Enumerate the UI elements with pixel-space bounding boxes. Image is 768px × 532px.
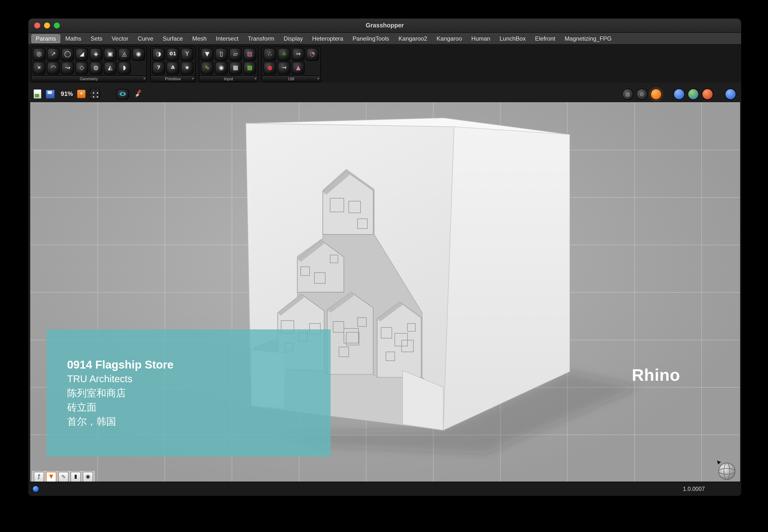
box-param-icon[interactable]: ◈ [90, 48, 102, 61]
title-bar[interactable]: Grasshopper [28, 19, 741, 33]
number-slider-icon[interactable]: ∿ [201, 62, 214, 74]
knob-component-icon[interactable]: ◉ [215, 62, 228, 74]
zoom-dropdown-icon[interactable]: ▾ [77, 90, 86, 98]
boolean-param-icon[interactable]: ◑ [152, 48, 165, 61]
tab-kangaroo[interactable]: Kangaroo [432, 34, 466, 43]
tab-elefront[interactable]: Elefront [531, 34, 560, 43]
group-geometry: ◎ ↗ ◯ ◢ ◈ ▣ ◬ ◉ × ◠ ↝ ◇ ◍ ◭ ◗ [31, 46, 147, 82]
tab-curve[interactable]: Curve [133, 34, 158, 43]
paintbrush-glyph [133, 89, 143, 99]
data-recorder-icon[interactable]: ⇒ [292, 48, 305, 61]
preview-eye-icon[interactable] [116, 89, 129, 99]
group-expand-icon[interactable]: ▾ [192, 76, 194, 82]
tab-human[interactable]: Human [467, 34, 495, 43]
display-toggle-blue-icon[interactable] [674, 88, 685, 100]
new-document-icon[interactable] [33, 89, 42, 99]
architect-name: TRU Architects [67, 372, 331, 386]
cone-trigger-icon[interactable]: ▲ [292, 62, 305, 74]
tab-maths[interactable]: Maths [61, 34, 86, 43]
data-dam-icon[interactable]: → [278, 62, 291, 74]
group-input: ▼ ▯ ▱ ▨ ∿ ◉ ▦ ▩ Input ▾ [199, 46, 258, 82]
tab-transform[interactable]: Transform [244, 34, 279, 43]
canvas-widget-toolbar: ƒ ▼ ∿ ▮ ◉ [31, 470, 95, 483]
number-param-icon[interactable]: 7 [152, 62, 165, 74]
curve-param-icon[interactable]: ↝ [61, 62, 74, 74]
digit-scroller-icon[interactable]: ▦ [229, 62, 242, 74]
tab-panelingtools[interactable]: PanelingTools [348, 34, 394, 43]
display-toggle-green-icon[interactable] [688, 88, 699, 100]
group-label-primitive: Primitive ▾ [151, 75, 195, 82]
tab-intersect[interactable]: Intersect [212, 34, 243, 43]
field-param-icon[interactable]: ◬ [118, 48, 131, 61]
tab-vector[interactable]: Vector [107, 34, 133, 43]
integer-param-icon[interactable]: 01 [166, 48, 179, 61]
subd-param-icon[interactable]: ◗ [118, 62, 131, 74]
preview-wireframe-icon[interactable]: ◍ [622, 88, 633, 100]
rhino-viewport[interactable]: 0914 Flagship Store TRU Architects 陈列室和商… [30, 102, 740, 483]
facade-line: 砖立面 [67, 400, 331, 415]
path-param-icon[interactable]: Y [181, 48, 194, 61]
gradient-component-icon[interactable]: ▨ [244, 48, 256, 61]
paintbrush-icon[interactable] [133, 89, 143, 99]
tab-params[interactable]: Params [31, 34, 60, 43]
zoom-extents-icon[interactable] [90, 89, 100, 99]
value-list-icon[interactable]: ▼ [201, 48, 214, 61]
point-param-icon[interactable]: ◉ [132, 48, 145, 61]
status-bar: 1.0.0007 [28, 482, 741, 496]
info-overlay: 0914 Flagship Store TRU Architects 陈列室和商… [46, 329, 331, 457]
desktop: Grasshopper Params Maths Sets Vector Cur… [0, 0, 768, 532]
tab-kangaroo2[interactable]: Kangaroo2 [394, 34, 431, 43]
rectangle-param-icon[interactable]: ◇ [75, 62, 88, 74]
spiral-widget-icon[interactable]: ◉ [83, 472, 93, 482]
group-expand-icon[interactable]: ▾ [255, 76, 256, 82]
surface-param-icon[interactable]: ◍ [90, 62, 102, 74]
tab-surface[interactable]: Surface [158, 34, 187, 43]
program-line: 陈列室和商店 [67, 386, 331, 400]
group-param-icon[interactable]: × [33, 62, 46, 74]
tab-display[interactable]: Display [279, 34, 307, 43]
arc-param-icon[interactable]: ◠ [47, 62, 60, 74]
navigation-sphere-glyph [715, 460, 738, 482]
zoom-level: 91% [61, 91, 73, 97]
view-navigation-sphere[interactable] [715, 460, 738, 483]
ribbon-tab-bar: Params Maths Sets Vector Curve Surface M… [28, 33, 741, 45]
tab-heteroptera[interactable]: Heteroptera [308, 34, 348, 43]
mesh-param-icon[interactable]: ▣ [104, 48, 116, 61]
display-toggle-red-icon[interactable] [702, 88, 713, 100]
circle-param-icon[interactable]: ◯ [61, 48, 74, 61]
panel-widget-icon[interactable]: ▮ [70, 472, 81, 482]
expression-widget-icon[interactable]: ƒ [34, 472, 44, 482]
group-expand-icon[interactable]: ▾ [143, 76, 145, 82]
version-label: 1.0.0007 [683, 486, 705, 492]
jitter-icon[interactable]: ∴ [264, 48, 276, 61]
cherry-picker-icon[interactable]: ● [264, 62, 276, 74]
brep-param-icon[interactable]: ◭ [104, 62, 116, 74]
project-title: 0914 Flagship Store [67, 358, 331, 372]
filter-widget-icon[interactable]: ▼ [46, 472, 56, 482]
tab-magnetizing-fpg[interactable]: Magnetizing_FPG [560, 34, 616, 43]
group-label-input: Input ▾ [200, 75, 258, 82]
colour-swatch-icon[interactable]: ▩ [244, 62, 256, 74]
data-tree-icon[interactable]: ♣ [278, 48, 291, 61]
colour-param-icon[interactable]: ★ [181, 62, 194, 74]
tab-lunchbox[interactable]: LunchBox [495, 34, 530, 43]
group-expand-icon[interactable]: ▾ [317, 76, 319, 82]
tab-sets[interactable]: Sets [86, 34, 107, 43]
solver-status-icon[interactable] [32, 486, 39, 492]
panel-component-icon[interactable]: ▯ [215, 48, 228, 61]
graph-widget-icon[interactable]: ∿ [58, 472, 69, 482]
preview-off-icon[interactable]: ⊘ [636, 88, 648, 100]
display-toggle-blue2-icon[interactable] [725, 88, 736, 100]
preview-shaded-icon[interactable] [651, 88, 662, 100]
rhino-watermark: Rhino [632, 366, 680, 385]
group-label-geometry: Geometry ▾ [31, 75, 146, 82]
tab-mesh[interactable]: Mesh [188, 34, 211, 43]
text-param-icon[interactable]: A [166, 62, 179, 74]
sketch-component-icon[interactable]: ▱ [229, 48, 242, 61]
window-title: Grasshopper [28, 22, 741, 29]
save-document-icon[interactable] [46, 89, 55, 99]
geometry-param-icon[interactable]: ◎ [33, 48, 46, 61]
timer-icon[interactable]: ◔ [306, 48, 319, 61]
plane-param-icon[interactable]: ◢ [75, 48, 88, 61]
vector-param-icon[interactable]: ↗ [47, 48, 60, 61]
